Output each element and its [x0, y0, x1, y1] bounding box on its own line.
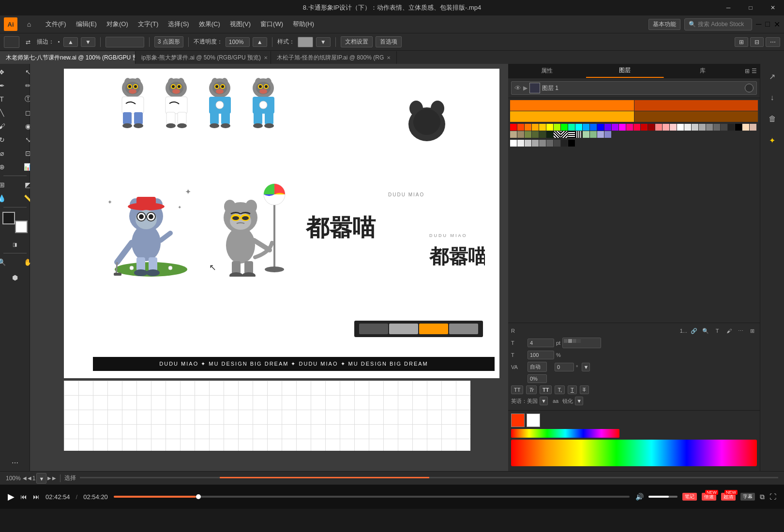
close-button[interactable]: ✕: [762, 0, 784, 15]
rotation-input[interactable]: 0: [555, 363, 574, 371]
properties-tab[interactable]: 属性: [508, 64, 586, 78]
download-btn[interactable]: ↓: [764, 89, 781, 106]
delete-btn[interactable]: 🗑: [764, 110, 781, 128]
zoom-tool[interactable]: 🔍: [0, 256, 15, 268]
menu-object[interactable]: 对象(O): [103, 19, 132, 30]
rotate-tool[interactable]: ↻: [0, 133, 15, 146]
menu-view[interactable]: 视图(V): [226, 19, 255, 30]
zoom-nav-prev[interactable]: ◀: [23, 475, 27, 481]
adobe-stock-search[interactable]: 🔍 搜索 Adobe Stock: [684, 18, 752, 30]
tt-strikethrough-btn[interactable]: T: [580, 385, 589, 394]
grid-small-icon[interactable]: ⊞: [747, 326, 757, 336]
layers-arrow-icon[interactable]: ▶: [523, 85, 528, 91]
link-icon[interactable]: 🔗: [689, 326, 699, 336]
tt-bold-btn[interactable]: TT: [540, 385, 552, 394]
quality-badge[interactable]: NEW 超清: [721, 493, 736, 501]
stroke-color-bar[interactable]: [106, 37, 144, 47]
swap-colors-btn[interactable]: ⇄: [22, 36, 34, 48]
layers-tab[interactable]: 图层: [586, 64, 664, 78]
share-btn[interactable]: ↗: [764, 68, 781, 85]
tab-3[interactable]: 木松子旭-怪兽的纸牌屋IP.ai @ 800% (RG ✕: [271, 51, 397, 64]
mesh-tool[interactable]: ⊞: [0, 178, 15, 191]
eyedropper-tool[interactable]: 💧: [0, 192, 15, 205]
warp-tool[interactable]: ⌀: [0, 147, 15, 160]
tab-1[interactable]: 木老师第七-八节课件new.ai @ 100% (RGB/GPU 预览) ✕: [0, 51, 136, 64]
speed-badge[interactable]: NEW 倍速: [702, 493, 716, 501]
stroke-down[interactable]: ▼: [81, 37, 95, 47]
arrange-btn[interactable]: ⊞: [735, 37, 748, 47]
play-button[interactable]: ▶: [8, 491, 15, 502]
tt-subscript-btn[interactable]: T,: [555, 385, 565, 394]
rotation-select[interactable]: ▼: [582, 363, 590, 371]
brush-select[interactable]: 3 点圆形: [154, 36, 183, 47]
sharp-select[interactable]: ▼: [575, 397, 583, 405]
zoom-nav-next[interactable]: ▶: [47, 475, 51, 481]
close-tab-2[interactable]: ✕: [264, 55, 268, 60]
tracking-input[interactable]: 100: [528, 351, 554, 359]
language-select[interactable]: ▼: [540, 397, 548, 405]
maximize-button[interactable]: □: [739, 0, 762, 15]
paintbrush-tool[interactable]: 🖌: [0, 120, 15, 133]
zoom-nav-prev2[interactable]: ◀: [28, 475, 31, 481]
symbol-tool[interactable]: ⊕: [0, 161, 15, 173]
opacity-input[interactable]: 100%: [226, 37, 250, 47]
menu-select[interactable]: 选择(S): [164, 19, 193, 30]
percent-input[interactable]: 0%: [528, 374, 547, 383]
selection-tool[interactable]: ❖: [0, 66, 15, 78]
search-small-icon[interactable]: 🔍: [701, 326, 710, 336]
home-icon[interactable]: ⌂: [22, 17, 36, 31]
white-color-swatch[interactable]: [527, 414, 540, 427]
style-dropdown[interactable]: ▼: [316, 37, 331, 47]
artboard-scroll[interactable]: [80, 477, 778, 478]
panel-minimize[interactable]: ─: [756, 20, 761, 29]
close-tab-3[interactable]: ✕: [387, 55, 391, 60]
fullscreen-button[interactable]: ⛶: [769, 493, 776, 501]
page-dropdown[interactable]: ▼: [36, 473, 46, 484]
color-rainbow-bar[interactable]: [511, 429, 619, 438]
star-btn[interactable]: ✦: [764, 132, 781, 149]
pen-tool[interactable]: ✒: [0, 79, 15, 92]
background-color-box[interactable]: [15, 221, 28, 233]
library-tab[interactable]: 库: [664, 64, 742, 78]
preferences-btn[interactable]: 首选项: [376, 36, 402, 47]
menu-edit[interactable]: 编辑(E): [72, 19, 101, 30]
doc-settings-btn[interactable]: 文档设置: [341, 36, 373, 47]
tab-2[interactable]: ip形象-熊大梦课件.ai @ 50% (RGB/GPU 预览) ✕: [136, 51, 271, 64]
menu-effect[interactable]: 效果(C): [195, 19, 224, 30]
preset-dropdown[interactable]: 基本功能: [648, 19, 680, 30]
prev-button[interactable]: ⏮: [20, 493, 27, 501]
tt-normal-btn[interactable]: TT: [511, 385, 523, 394]
menu-window[interactable]: 窗口(W): [256, 19, 287, 30]
red-color-swatch[interactable]: [511, 414, 525, 427]
expand-panel-icon[interactable]: ⊞: [745, 68, 750, 74]
volume-bar[interactable]: [648, 496, 678, 498]
fill-color-swatch[interactable]: [4, 36, 19, 48]
font-size-input[interactable]: 4: [528, 339, 554, 347]
pip-button[interactable]: ⧉: [760, 493, 765, 501]
tt-italic-btn[interactable]: Tr: [526, 385, 537, 394]
stroke-fill-icon[interactable]: ◻: [0, 238, 1, 251]
canvas-area[interactable]: ✦ ✦ ✦: [30, 64, 508, 471]
brush-small-icon[interactable]: 🖌: [724, 326, 734, 336]
panel-menu-icon[interactable]: ☰: [752, 68, 757, 74]
progress-bar[interactable]: [114, 496, 630, 498]
color-spectrum[interactable]: [511, 440, 757, 466]
subtitle-badge[interactable]: 字幕: [740, 493, 755, 501]
more-tools[interactable]: ⋯: [2, 457, 28, 469]
layer-lock-btn[interactable]: [745, 84, 754, 92]
line-tool[interactable]: ╲: [0, 106, 15, 119]
volume-icon[interactable]: 🔊: [635, 493, 644, 501]
menu-text[interactable]: 文字(T): [134, 19, 163, 30]
layers-eye-icon[interactable]: 👁: [514, 84, 521, 92]
more-small-icon[interactable]: ⋯: [736, 326, 745, 336]
layer-name[interactable]: 图层 1: [542, 84, 743, 92]
note-badge[interactable]: 笔记: [682, 493, 697, 501]
tt-underline-btn[interactable]: T: [568, 385, 577, 394]
minimize-button[interactable]: ─: [717, 0, 739, 15]
stroke-up[interactable]: ▲: [63, 37, 78, 47]
menu-file[interactable]: 文件(F): [42, 19, 70, 30]
panel-maximize[interactable]: □: [765, 20, 770, 29]
grid-btn[interactable]: ⊟: [750, 37, 764, 47]
more-btn[interactable]: ⋯: [766, 37, 780, 47]
type-icon[interactable]: T: [712, 326, 722, 336]
